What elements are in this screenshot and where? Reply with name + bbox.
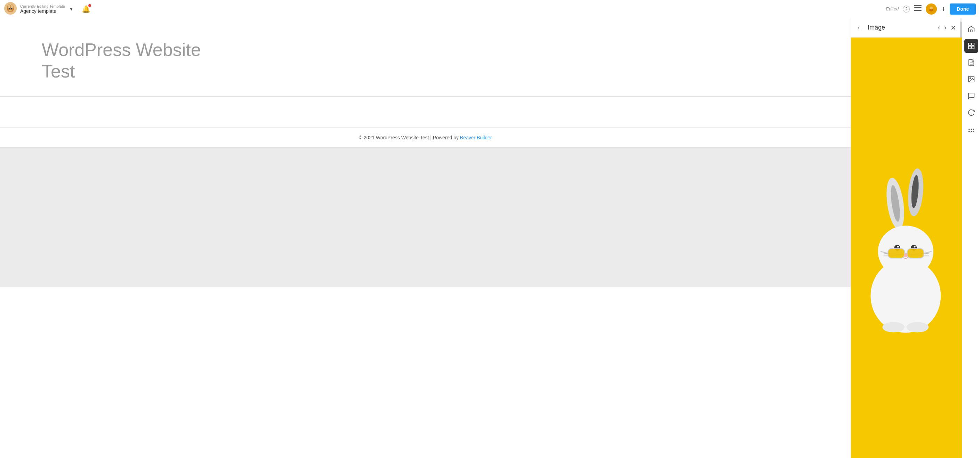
notification-bell-button[interactable]: 🔔 bbox=[80, 3, 92, 14]
svg-point-39 bbox=[907, 322, 929, 333]
far-right-sidebar bbox=[962, 18, 980, 458]
topbar: Currently Editing Template Agency templa… bbox=[0, 0, 980, 18]
svg-point-5 bbox=[11, 5, 13, 8]
svg-point-38 bbox=[882, 322, 905, 333]
svg-point-23 bbox=[878, 225, 934, 277]
svg-rect-44 bbox=[971, 46, 974, 49]
chevron-dropdown-button[interactable]: ▾ bbox=[68, 4, 74, 14]
panel-header: ← Image ‹ › ✕ bbox=[851, 18, 962, 38]
svg-point-27 bbox=[913, 246, 915, 247]
editing-label: Currently Editing Template bbox=[20, 4, 65, 8]
footer-bar: © 2021 WordPress Website Test | Powered … bbox=[0, 128, 851, 148]
right-panel: ← Image ‹ › ✕ bbox=[851, 18, 962, 458]
svg-point-48 bbox=[970, 78, 970, 79]
empty-section bbox=[0, 97, 851, 128]
svg-point-7 bbox=[11, 8, 12, 10]
sidebar-comment-button[interactable] bbox=[964, 89, 978, 103]
template-name: Agency template bbox=[20, 8, 65, 14]
page-title-line2: Test bbox=[42, 60, 809, 82]
svg-point-51 bbox=[973, 128, 974, 130]
bunny-scene bbox=[851, 38, 962, 458]
notification-badge bbox=[88, 4, 91, 7]
svg-rect-40 bbox=[970, 30, 972, 32]
svg-rect-43 bbox=[968, 46, 970, 49]
footer-link[interactable]: Beaver Builder bbox=[460, 135, 492, 140]
panel-back-button[interactable]: ← bbox=[856, 24, 864, 32]
profile-avatar-button[interactable] bbox=[926, 3, 937, 14]
sidebar-home-button[interactable] bbox=[964, 22, 978, 36]
svg-point-53 bbox=[970, 131, 972, 132]
panel-close-button[interactable]: ✕ bbox=[950, 24, 956, 32]
page-header: WordPress Website Test bbox=[0, 18, 851, 97]
done-button[interactable]: Done bbox=[950, 3, 976, 14]
svg-rect-10 bbox=[11, 10, 11, 11]
panel-image-container bbox=[851, 38, 962, 458]
page-title-line1: WordPress Website bbox=[42, 39, 809, 60]
add-button[interactable]: + bbox=[941, 5, 946, 14]
svg-rect-13 bbox=[914, 10, 921, 11]
svg-rect-41 bbox=[968, 43, 970, 46]
svg-point-4 bbox=[8, 5, 10, 8]
svg-rect-11 bbox=[914, 5, 921, 6]
svg-point-49 bbox=[968, 128, 970, 130]
footer-text: © 2021 WordPress Website Test | Powered … bbox=[359, 135, 492, 140]
editing-info: Currently Editing Template Agency templa… bbox=[20, 4, 65, 14]
main-layout: WordPress Website Test © 2021 WordPress … bbox=[0, 18, 980, 458]
topbar-right: Edited ? + Done bbox=[886, 3, 976, 14]
sidebar-image-button[interactable] bbox=[964, 72, 978, 86]
canvas-area: WordPress Website Test © 2021 WordPress … bbox=[0, 18, 851, 458]
footer-copyright: © 2021 WordPress Website Test | Powered … bbox=[359, 135, 460, 140]
page-title: WordPress Website Test bbox=[42, 39, 809, 82]
sidebar-refresh-button[interactable] bbox=[964, 106, 978, 120]
svg-point-52 bbox=[968, 131, 970, 132]
svg-rect-33 bbox=[888, 249, 905, 258]
topbar-left: Currently Editing Template Agency templa… bbox=[4, 2, 886, 16]
list-menu-button[interactable] bbox=[914, 5, 921, 13]
edited-status: Edited bbox=[886, 6, 899, 11]
svg-point-50 bbox=[970, 128, 972, 130]
help-icon[interactable]: ? bbox=[903, 6, 910, 13]
svg-rect-42 bbox=[971, 43, 974, 46]
gray-section bbox=[0, 148, 851, 287]
logo bbox=[4, 2, 17, 16]
panel-title: Image bbox=[868, 24, 934, 31]
svg-point-54 bbox=[973, 131, 974, 132]
panel-prev-button[interactable]: ‹ bbox=[938, 24, 940, 31]
svg-point-6 bbox=[9, 8, 10, 10]
svg-point-16 bbox=[930, 6, 933, 10]
sidebar-file-button[interactable] bbox=[964, 55, 978, 70]
svg-point-26 bbox=[897, 246, 899, 247]
svg-rect-9 bbox=[10, 10, 10, 11]
svg-rect-12 bbox=[914, 7, 921, 8]
sidebar-layout-button[interactable] bbox=[964, 39, 978, 53]
sidebar-grid-button[interactable] bbox=[964, 122, 978, 136]
svg-rect-8 bbox=[10, 10, 11, 11]
panel-next-button[interactable]: › bbox=[944, 24, 946, 31]
svg-rect-34 bbox=[907, 249, 924, 258]
